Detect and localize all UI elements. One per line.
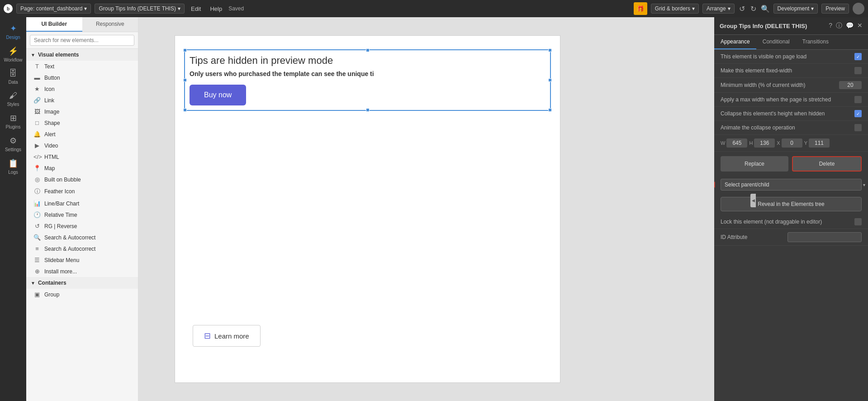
- workflow-selector[interactable]: Group Tips Info (DELETE THIS) ▾: [95, 4, 185, 14]
- comment-icon[interactable]: 💬: [846, 22, 854, 30]
- element-shape-label: Shape: [44, 120, 60, 126]
- element-video[interactable]: ▶ Video: [26, 140, 138, 151]
- design-icon: ✦: [10, 24, 17, 33]
- user-avatar[interactable]: [853, 3, 864, 14]
- element-rg-reverse-label: RG | Reverse: [44, 223, 77, 229]
- lock-check[interactable]: [854, 218, 862, 225]
- sidebar-item-workflow[interactable]: ⚡ Workflow: [1, 43, 25, 65]
- dim-y-input[interactable]: [809, 138, 830, 148]
- prop-max-width: Apply a max width when the page is stret…: [714, 93, 868, 107]
- dim-x-input[interactable]: [782, 138, 802, 148]
- element-install-more[interactable]: ⊕ Install more...: [26, 266, 138, 277]
- element-alert-label: Alert: [44, 131, 56, 138]
- tab-appearance[interactable]: Appearance: [714, 35, 756, 49]
- element-slidebar-menu-label: Slidebar Menu: [44, 257, 79, 263]
- menu-edit[interactable]: Edit: [188, 5, 204, 12]
- element-alert[interactable]: 🔔 Alert: [26, 129, 138, 140]
- element-search-autocorrect-1[interactable]: 🔍 Search & Autocorrect: [26, 232, 138, 243]
- containers-label: Containers: [38, 280, 66, 286]
- element-video-label: Video: [44, 143, 58, 149]
- buy-now-button[interactable]: Buy now: [190, 85, 246, 105]
- sidebar-item-settings[interactable]: ⚙ Settings: [1, 133, 25, 155]
- element-chart[interactable]: 📊 Line/Bar Chart: [26, 198, 138, 209]
- prop-max-width-check[interactable]: [854, 96, 862, 103]
- menu-help[interactable]: Help: [207, 5, 225, 12]
- element-icon[interactable]: ★ Icon: [26, 83, 138, 95]
- element-image[interactable]: 🖼 Image: [26, 106, 138, 117]
- element-icon-label: Icon: [44, 86, 55, 92]
- element-panel: UI Builder Responsive ▼ Visual elements …: [26, 17, 138, 401]
- tab-responsive[interactable]: Responsive: [82, 17, 138, 32]
- top-bar: b Page: content_dashboard ▾ Group Tips I…: [0, 0, 868, 17]
- visual-elements-section[interactable]: ▼ Visual elements: [26, 49, 138, 61]
- dim-w-input[interactable]: [726, 138, 747, 148]
- element-shape[interactable]: □ Shape: [26, 117, 138, 129]
- close-icon[interactable]: ✕: [857, 22, 863, 30]
- collapse-handle[interactable]: ◀: [750, 194, 756, 207]
- right-panel-tab-row: Appearance Conditional Transitions: [714, 35, 868, 50]
- sidebar-item-styles[interactable]: 🖌 Styles: [1, 88, 25, 110]
- element-relative-time[interactable]: 🕐 Relative Time: [26, 209, 138, 220]
- sidebar-item-design[interactable]: ✦ Design: [1, 21, 25, 43]
- element-built-on-bubble[interactable]: ◎ Built on Bubble: [26, 174, 138, 185]
- tab-ui-builder[interactable]: UI Builder: [26, 17, 82, 32]
- element-text-label: Text: [44, 63, 54, 70]
- element-search-input[interactable]: [30, 35, 134, 46]
- element-search-autocorrect-2[interactable]: ≡ Search & Autocorrect: [26, 243, 138, 254]
- select-parent-row: Select parent/child ▾: [714, 176, 868, 193]
- reveal-button[interactable]: Reveal in the Elements tree: [721, 197, 862, 211]
- element-tab-bar: UI Builder Responsive: [26, 17, 138, 32]
- element-link[interactable]: 🔗 Link: [26, 95, 138, 106]
- sidebar-item-data[interactable]: 🗄 Data: [1, 66, 25, 87]
- redo-button[interactable]: ↻: [749, 4, 757, 14]
- prop-fixed-width-check[interactable]: [854, 67, 862, 74]
- undo-button[interactable]: ↺: [738, 4, 746, 14]
- sidebar-item-plugins[interactable]: ⊞ Plugins: [1, 110, 25, 132]
- lock-row: Lock this element (not draggable in edit…: [714, 215, 868, 229]
- element-html[interactable]: </> HTML: [26, 151, 138, 162]
- prop-visible-check[interactable]: ✓: [854, 53, 862, 60]
- relative-time-icon: 🕐: [33, 211, 41, 218]
- element-map[interactable]: 📍 Map: [26, 162, 138, 174]
- sidebar-item-plugins-label: Plugins: [6, 124, 21, 129]
- element-rg-reverse[interactable]: ↺ RG | Reverse: [26, 220, 138, 232]
- element-group[interactable]: ▣ Group: [26, 289, 138, 300]
- prop-min-width-input[interactable]: [839, 81, 862, 89]
- dim-w-group: W: [721, 138, 747, 148]
- tab-transitions[interactable]: Transitions: [796, 35, 835, 49]
- dim-h-group: H: [749, 138, 775, 148]
- gift-button[interactable]: 🎁: [634, 2, 647, 15]
- sidebar-item-settings-label: Settings: [5, 147, 21, 152]
- learn-more-button[interactable]: ⊟ Learn more: [193, 325, 261, 347]
- containers-section[interactable]: ▼ Containers: [26, 277, 138, 289]
- prop-animate-collapse-check[interactable]: [854, 124, 862, 131]
- plugins-icon: ⊞: [10, 113, 17, 123]
- element-text[interactable]: T Text: [26, 61, 138, 72]
- delete-button[interactable]: Delete: [792, 156, 862, 172]
- prop-fixed-width-label: Make this element fixed-width: [721, 67, 852, 74]
- id-attribute-label: ID Attribute: [721, 234, 785, 240]
- page-selector[interactable]: Page: content_dashboard ▾: [16, 4, 91, 14]
- search-button[interactable]: 🔍: [761, 5, 770, 13]
- development-button[interactable]: Development▾: [773, 4, 818, 14]
- select-parent-dropdown[interactable]: Select parent/child: [721, 179, 862, 191]
- element-feather-icon[interactable]: ⓘ Feather Icon: [26, 185, 138, 198]
- prop-collapse-height-check[interactable]: ✓: [854, 110, 862, 117]
- visual-elements-label: Visual elements: [38, 52, 79, 58]
- grid-borders-button[interactable]: Grid & borders▾: [651, 4, 699, 14]
- id-attribute-input[interactable]: [787, 232, 862, 242]
- help-icon[interactable]: ?: [829, 22, 832, 30]
- info-icon[interactable]: ⓘ: [836, 22, 842, 30]
- element-chart-label: Line/Bar Chart: [44, 200, 79, 207]
- element-slidebar-menu[interactable]: ☰ Slidebar Menu: [26, 254, 138, 266]
- arrange-button[interactable]: Arrange▾: [702, 4, 735, 14]
- tab-conditional[interactable]: Conditional: [756, 35, 796, 49]
- sidebar-item-logs[interactable]: 📋 Logs: [1, 156, 25, 177]
- dim-h-input[interactable]: [754, 138, 775, 148]
- canvas-area[interactable]: Tips are hidden in preview mode Only use…: [138, 17, 714, 401]
- selected-group[interactable]: Tips are hidden in preview mode Only use…: [184, 49, 551, 111]
- element-button[interactable]: ▬ Button: [26, 72, 138, 83]
- preview-button[interactable]: Preview: [821, 4, 849, 14]
- workflow-icon: ⚡: [8, 46, 18, 56]
- replace-button[interactable]: Replace: [721, 156, 788, 172]
